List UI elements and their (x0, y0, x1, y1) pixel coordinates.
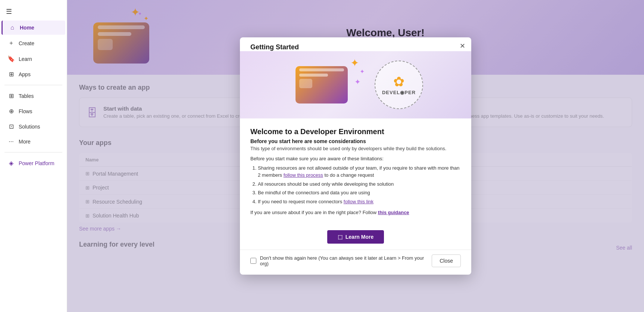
dont-show-row: Don't show this again here (You can alwa… (250, 255, 432, 266)
modal-unsure-text: If you are unsure about if you are in th… (250, 210, 461, 215)
sidebar-item-more[interactable]: ··· More (1, 135, 65, 149)
power-platform-icon: ◈ (7, 160, 15, 167)
dont-show-label: Don't show this again here (You can alwa… (260, 255, 432, 266)
developer-logo: ✿ DEVEL◉PER (375, 61, 423, 109)
sidebar-item-create-label: Create (19, 40, 34, 46)
more-icon: ··· (7, 138, 15, 145)
list-item-1: Sharing resources are not allowed outsid… (258, 164, 461, 179)
developer-icon: ✿ (393, 74, 404, 90)
developer-text: DEVEL◉PER (382, 90, 416, 95)
dont-show-checkbox[interactable] (250, 258, 256, 264)
learn-more-button[interactable]: ⬚ Learn More (327, 230, 384, 244)
sidebar-item-flows[interactable]: ⊕ Flows (1, 104, 65, 118)
learn-more-icon: ⬚ (338, 234, 343, 240)
modal-limitations-list: Sharing resources are not allowed outsid… (258, 164, 461, 206)
sidebar-item-learn-label: Learn (19, 56, 32, 62)
getting-started-modal: Getting Started ✕ ✦ ✦ ✦ ✿ DEVEL (240, 37, 471, 275)
list-item-3: Be mindful of the connectors and data yo… (258, 189, 461, 197)
home-icon: ⌂ (9, 24, 16, 31)
modal-considerations-desc: This type of environments should be used… (250, 146, 461, 151)
sidebar-item-power-platform-label: Power Platform (19, 160, 54, 166)
modal-banner-illustration: ✦ ✦ ✦ (288, 57, 363, 113)
learn-more-label: Learn More (346, 234, 373, 240)
flows-icon: ⊕ (7, 108, 15, 115)
sidebar-divider-1 (4, 85, 62, 85)
sidebar-divider-2 (4, 152, 62, 152)
sidebar-item-solutions-label: Solutions (19, 124, 40, 130)
modal-considerations-title: Before you start here are some considera… (250, 138, 461, 144)
hamburger-menu[interactable]: ☰ (0, 3, 67, 20)
modal-footer: Don't show this again here (You can alwa… (240, 250, 471, 275)
solutions-icon: ⊡ (7, 123, 15, 130)
create-icon: ＋ (7, 39, 15, 47)
modal-sparkle-2-icon: ✦ (360, 68, 365, 75)
modal-body: Welcome to a Developer Environment Befor… (240, 118, 471, 231)
sidebar-item-tables-label: Tables (19, 93, 34, 99)
modal-banner: ✦ ✦ ✦ ✿ DEVEL◉PER (240, 51, 471, 118)
modal-sparkle-3-icon: ✦ (354, 77, 361, 86)
unsure-before: If you are unsure about if you are in th… (250, 210, 378, 215)
list-item-4-text: If you need to request more connectors (258, 199, 344, 204)
list-item-2: All resources should be used only while … (258, 180, 461, 188)
apps-icon: ⊞ (7, 71, 15, 78)
sidebar-item-create[interactable]: ＋ Create (1, 35, 65, 51)
sidebar-item-apps-label: Apps (19, 71, 31, 77)
list-item-3-text: Be mindful of the connectors and data yo… (258, 190, 370, 195)
this-guidance-link[interactable]: this guidance (378, 210, 409, 215)
modal-actions: ⬚ Learn More (240, 230, 471, 244)
modal-app-card (296, 66, 348, 104)
modal-pre-list: Before you start make sure you are aware… (250, 156, 461, 161)
sidebar-item-home[interactable]: ⌂ Home (1, 21, 65, 35)
sidebar-item-more-label: More (19, 139, 31, 145)
follow-link-link[interactable]: follow this link (344, 199, 373, 204)
sidebar-item-power-platform[interactable]: ◈ Power Platform (1, 156, 65, 170)
list-item-2-text: All resources should be used only while … (258, 181, 394, 187)
sidebar-item-tables[interactable]: ⊞ Tables (1, 89, 65, 103)
sidebar-item-solutions[interactable]: ⊡ Solutions (1, 119, 65, 134)
sidebar-item-home-label: Home (20, 25, 34, 31)
modal-close-footer-button[interactable]: Close (432, 254, 461, 267)
list-item-4: If you need to request more connectors f… (258, 198, 461, 206)
sidebar-item-apps[interactable]: ⊞ Apps (1, 67, 65, 81)
modal-overlay: Getting Started ✕ ✦ ✦ ✦ ✿ DEVEL (67, 0, 644, 312)
list-item-1-after: to do a change request (324, 172, 374, 178)
tables-icon: ⊞ (7, 92, 15, 99)
main-content: ✦ ✦ ✦ Welcome, User! Create apps that co… (67, 0, 644, 312)
modal-close-button[interactable]: ✕ (460, 43, 465, 49)
sidebar-item-learn[interactable]: 🔖 Learn (1, 52, 65, 66)
modal-title: Getting Started (250, 43, 299, 51)
learn-icon: 🔖 (7, 55, 15, 62)
modal-sparkle-1-icon: ✦ (350, 57, 359, 69)
sidebar-item-flows-label: Flows (19, 108, 32, 114)
sidebar: ☰ ⌂ Home ＋ Create 🔖 Learn ⊞ Apps ⊞ Table… (0, 0, 67, 312)
follow-process-link[interactable]: follow this process (284, 172, 323, 178)
modal-welcome-title: Welcome to a Developer Environment (250, 127, 461, 136)
